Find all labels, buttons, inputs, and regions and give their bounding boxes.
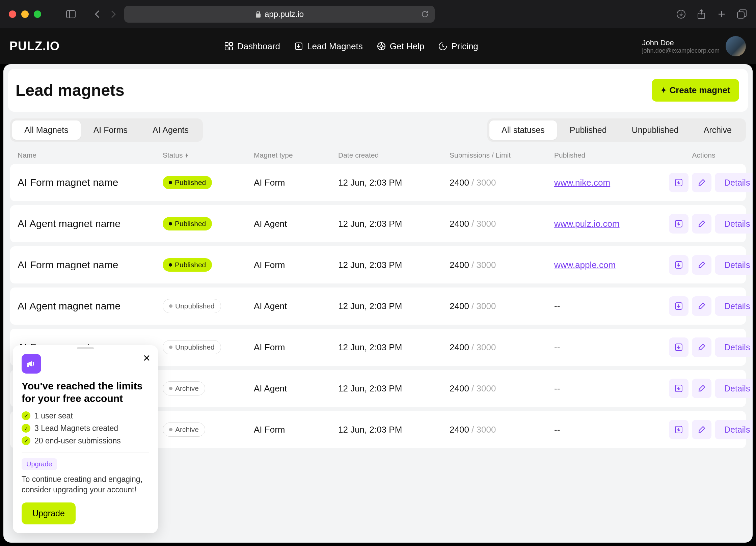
date-cell: 12 Jun, 2:03 PM bbox=[338, 219, 450, 229]
window-zoom-icon[interactable] bbox=[34, 10, 41, 18]
nav-dashboard-label: Dashboard bbox=[237, 41, 280, 52]
create-magnet-button[interactable]: ✦ Create magnet bbox=[652, 79, 739, 102]
popup-close-icon[interactable]: ✕ bbox=[143, 353, 151, 364]
edit-button[interactable] bbox=[692, 255, 711, 275]
published-cell: www.apple.com bbox=[554, 260, 669, 270]
magnet-name: AI Agent magnet name bbox=[18, 218, 163, 229]
col-pub[interactable]: Published bbox=[554, 151, 669, 159]
published-link[interactable]: www.nike.com bbox=[554, 178, 610, 188]
download-button[interactable] bbox=[669, 420, 688, 439]
nav-dashboard[interactable]: Dashboard bbox=[224, 41, 280, 52]
table-row: AI Agent magnet nameUnpublishedAI Agent1… bbox=[10, 288, 746, 325]
status-badge: Archive bbox=[163, 381, 205, 395]
nav-lead-magnets[interactable]: Lead Magnets bbox=[294, 41, 363, 52]
new-tab-icon[interactable] bbox=[716, 9, 727, 20]
download-button[interactable] bbox=[669, 296, 688, 316]
details-button[interactable]: Details bbox=[715, 173, 753, 192]
edit-icon bbox=[697, 261, 706, 269]
download-button[interactable] bbox=[669, 379, 688, 398]
download-button[interactable] bbox=[669, 173, 688, 192]
user-menu[interactable]: John Doe john.doe@examplecorp.com bbox=[642, 36, 746, 56]
svg-rect-0 bbox=[66, 10, 75, 18]
avatar[interactable] bbox=[726, 36, 746, 56]
table-row: AI Form magnet namePublishedAI Form12 Ju… bbox=[10, 246, 746, 283]
details-button[interactable]: Details bbox=[715, 214, 753, 234]
type-filter: All Magnets AI Forms AI Agents bbox=[10, 118, 203, 142]
details-button[interactable]: Details bbox=[715, 337, 753, 357]
drag-handle-icon[interactable] bbox=[77, 347, 94, 349]
col-status[interactable]: Status ▲▼ bbox=[163, 151, 254, 159]
share-icon[interactable] bbox=[696, 9, 707, 20]
pricing-icon bbox=[438, 41, 448, 51]
popup-body: To continue creating and engaging, consi… bbox=[22, 474, 149, 495]
create-magnet-label: Create magnet bbox=[669, 85, 730, 95]
edit-button[interactable] bbox=[692, 337, 711, 357]
edit-icon bbox=[697, 425, 706, 434]
edit-button[interactable] bbox=[692, 173, 711, 192]
status-cell: Archive bbox=[163, 381, 254, 395]
svg-rect-8 bbox=[230, 43, 233, 46]
download-button[interactable] bbox=[669, 214, 688, 234]
col-type[interactable]: Magnet type bbox=[254, 151, 338, 159]
submissions-cell: 2400 / 3000 bbox=[450, 301, 554, 311]
page-title: Lead magnets bbox=[16, 81, 125, 100]
tab-unpublished[interactable]: Unpublished bbox=[620, 120, 691, 140]
window-close-icon[interactable] bbox=[9, 10, 16, 18]
address-bar[interactable]: app.pulz.io bbox=[124, 6, 435, 23]
nav-get-help[interactable]: Get Help bbox=[376, 41, 425, 52]
popup-title: You've reached the limits for your free … bbox=[22, 380, 149, 405]
traffic-lights bbox=[9, 10, 41, 18]
published-link[interactable]: www.apple.com bbox=[554, 260, 616, 270]
nav-pricing[interactable]: Pricing bbox=[438, 41, 478, 52]
date-cell: 12 Jun, 2:03 PM bbox=[338, 178, 450, 188]
tabs-overview-icon[interactable] bbox=[736, 9, 747, 20]
upgrade-button[interactable]: Upgrade bbox=[22, 502, 76, 524]
nav-get-help-label: Get Help bbox=[390, 41, 425, 52]
check-icon: ✓ bbox=[22, 436, 30, 445]
edit-icon bbox=[697, 343, 706, 352]
date-cell: 12 Jun, 2:03 PM bbox=[338, 301, 450, 311]
published-cell: -- bbox=[554, 301, 669, 311]
edit-button[interactable] bbox=[692, 214, 711, 234]
type-cell: AI Form bbox=[254, 425, 338, 435]
table-row: AI Form magnet namePublishedAI Form12 Ju… bbox=[10, 164, 746, 201]
magnet-name: AI Form magnet name bbox=[18, 177, 163, 188]
edit-button[interactable] bbox=[692, 296, 711, 316]
details-button[interactable]: Details bbox=[715, 296, 753, 316]
col-date[interactable]: Date created bbox=[338, 151, 450, 159]
details-button[interactable]: Details bbox=[715, 255, 753, 275]
col-sub[interactable]: Submissions / Limit bbox=[450, 151, 554, 159]
nav-forward-icon[interactable] bbox=[108, 9, 119, 20]
tab-all-magnets[interactable]: All Magnets bbox=[12, 120, 81, 140]
details-button[interactable]: Details bbox=[715, 420, 753, 439]
app-logo[interactable]: PULZ.IO bbox=[9, 39, 60, 53]
submissions-cell: 2400 / 3000 bbox=[450, 342, 554, 353]
type-cell: AI Agent bbox=[254, 383, 338, 394]
tab-archive[interactable]: Archive bbox=[692, 120, 744, 140]
downloads-icon[interactable] bbox=[676, 9, 686, 20]
tab-published[interactable]: Published bbox=[558, 120, 619, 140]
details-button[interactable]: Details bbox=[715, 379, 753, 398]
status-badge: Published bbox=[163, 176, 212, 189]
submissions-cell: 2400 / 3000 bbox=[450, 219, 554, 229]
svg-rect-3 bbox=[256, 13, 261, 18]
status-badge: Unpublished bbox=[163, 340, 221, 354]
window-minimize-icon[interactable] bbox=[21, 10, 29, 18]
download-button[interactable] bbox=[669, 255, 688, 275]
published-link[interactable]: www.pulz.io.com bbox=[554, 219, 620, 229]
sidebar-toggle-icon[interactable] bbox=[65, 9, 76, 20]
reload-icon[interactable] bbox=[421, 10, 429, 19]
nav-back-icon[interactable] bbox=[92, 9, 103, 20]
download-button[interactable] bbox=[669, 337, 688, 357]
upgrade-tag: Upgrade bbox=[22, 458, 57, 470]
date-cell: 12 Jun, 2:03 PM bbox=[338, 260, 450, 270]
edit-button[interactable] bbox=[692, 420, 711, 439]
col-name[interactable]: Name bbox=[18, 151, 163, 159]
status-cell: Published bbox=[163, 176, 254, 189]
tab-ai-agents[interactable]: AI Agents bbox=[140, 120, 201, 140]
tab-ai-forms[interactable]: AI Forms bbox=[81, 120, 140, 140]
upgrade-popup: ✕ You've reached the limits for your fre… bbox=[13, 345, 158, 533]
edit-button[interactable] bbox=[692, 379, 711, 398]
check-icon: ✓ bbox=[22, 411, 30, 420]
tab-all-statuses[interactable]: All statuses bbox=[489, 120, 557, 140]
